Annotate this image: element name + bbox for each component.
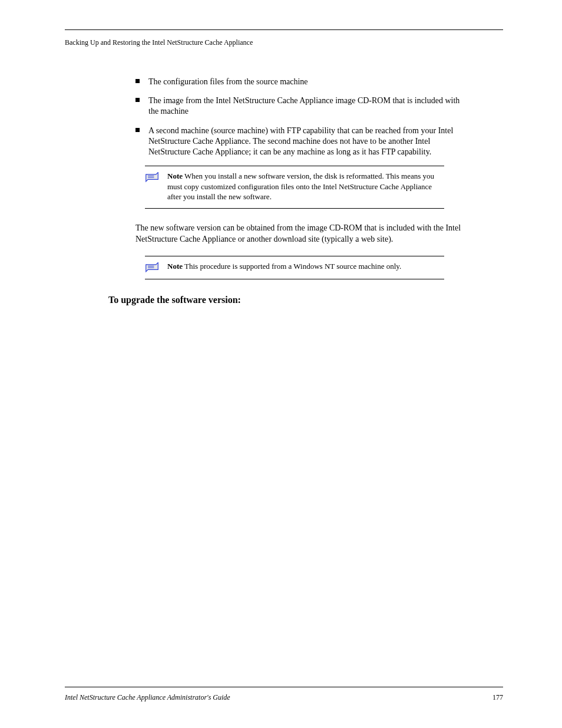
note-block: Note This procedure is supported from a … [145, 256, 444, 279]
note-label: Note [167, 172, 183, 180]
note-content: This procedure is supported from a Windo… [184, 262, 401, 271]
note-text: Note This procedure is supported from a … [167, 261, 401, 272]
note-rule-bottom [145, 208, 444, 209]
bullet-item: The configuration files from the source … [135, 77, 468, 87]
content-block: The configuration files from the source … [135, 77, 468, 305]
footer-rule [65, 687, 503, 687]
note-icon [145, 172, 159, 183]
paragraph: The new software version can be obtained… [135, 223, 468, 245]
note-icon [145, 262, 159, 273]
footer-product-name: Intel NetStructure Cache Appliance Admin… [65, 693, 230, 702]
footer: Intel NetStructure Cache Appliance Admin… [65, 687, 503, 702]
footer-row: Intel NetStructure Cache Appliance Admin… [65, 693, 503, 702]
bullet-item: A second machine (source machine) with F… [135, 126, 468, 158]
note-content: When you install a new software version,… [167, 172, 434, 201]
note-block: Note When you install a new software ver… [145, 166, 444, 209]
footer-page-number: 177 [492, 693, 503, 702]
section-heading: To upgrade the software version: [108, 295, 468, 305]
note-rule-bottom [145, 279, 444, 279]
note-text: Note When you install a new software ver… [167, 171, 444, 202]
bullet-item: The image from the Intel NetStructure Ca… [135, 95, 468, 117]
bullet-list: The configuration files from the source … [135, 77, 468, 157]
note-body: Note This procedure is supported from a … [145, 256, 444, 279]
note-label: Note [167, 262, 183, 271]
header-rule [65, 29, 503, 30]
note-body: Note When you install a new software ver… [145, 166, 444, 208]
running-header: Backing Up and Restoring the Intel NetSt… [65, 38, 503, 47]
page: Backing Up and Restoring the Intel NetSt… [0, 0, 562, 728]
